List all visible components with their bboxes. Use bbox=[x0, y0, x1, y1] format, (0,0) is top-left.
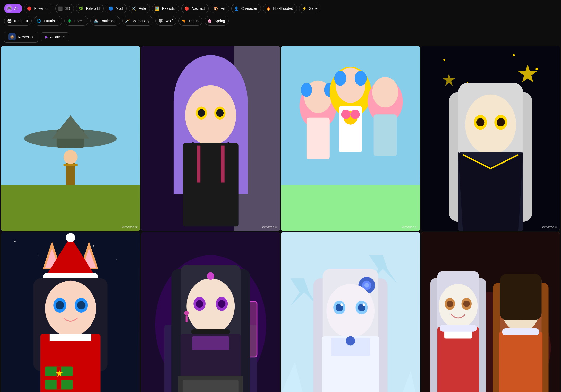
cat-icon-palworld: 🌿 bbox=[78, 5, 84, 12]
cat-icon-battleship: 🚢 bbox=[92, 18, 99, 24]
cat-pill-kung-fu[interactable]: 🥋 Kung Fu bbox=[4, 16, 32, 26]
cat-icon-spring: 🌸 bbox=[206, 18, 213, 24]
type-chevron-icon: ▾ bbox=[63, 35, 65, 39]
cat-pill-pokemon[interactable]: 🔴 Pokemon bbox=[24, 4, 53, 13]
cat-pill-mod[interactable]: 🔵 Mod bbox=[106, 4, 126, 13]
gallery-item-7[interactable]: llamagen.ai bbox=[281, 232, 420, 392]
cat-pill-futuristic[interactable]: 🌐 Futuristic bbox=[34, 16, 62, 26]
cat-label-hot-blooded: Hot-Blooded bbox=[273, 6, 293, 11]
cat-icon-wolf: 🐺 bbox=[157, 18, 164, 24]
top-bar: 🎮 All 🔴 Pokemon ⬛ 3D 🌿 Palworld 🔵 Mod ⚔️ bbox=[0, 0, 561, 26]
cat-icon-hot-blooded: 🔥 bbox=[265, 5, 271, 12]
cat-label-forest: Forest bbox=[74, 19, 85, 23]
cat-icon-fate: ⚔️ bbox=[131, 5, 137, 12]
cat-label-palworld: Palworld bbox=[86, 6, 100, 11]
cat-label-fate: Fate bbox=[139, 6, 146, 11]
cat-pill-art[interactable]: 🎨 Art bbox=[211, 4, 229, 13]
filters-row: 📦 Newest ▾ ▶ All arts ▾ bbox=[0, 28, 561, 46]
cat-pill-spring[interactable]: 🌸 Spring bbox=[205, 16, 229, 26]
cat-icon-art: 🎨 bbox=[212, 5, 219, 12]
cat-pill-palworld[interactable]: 🌿 Palworld bbox=[76, 4, 104, 13]
cat-pill-realistic[interactable]: 🖼️ Realistic bbox=[152, 4, 180, 13]
cat-icon-forest: 🌲 bbox=[66, 18, 73, 24]
type-label: All arts bbox=[50, 35, 61, 39]
gallery-item-8[interactable]: llamagen.ai bbox=[421, 232, 560, 392]
cat-label-trigun: Trigun bbox=[189, 19, 199, 23]
cat-pill-3d[interactable]: ⬛ 3D bbox=[55, 4, 74, 13]
cat-icon-abstract: 🔴 bbox=[183, 5, 190, 12]
cat-label-mod: Mod bbox=[116, 6, 123, 11]
cat-pill-mercenary[interactable]: 🗡️ Mercenary bbox=[122, 16, 153, 26]
cat-label-character: Character bbox=[241, 6, 257, 11]
gallery-item-5[interactable]: llamagen.ai bbox=[1, 232, 140, 392]
cat-icon-trigun: 🔫 bbox=[180, 18, 187, 24]
cat-icon-kung-fu: 🥋 bbox=[6, 18, 13, 24]
gallery-item-4[interactable]: llamagen.ai bbox=[421, 46, 560, 231]
watermark-1: llamagen.ai bbox=[122, 225, 137, 229]
watermark-3: llamagen.ai bbox=[402, 225, 417, 229]
cat-label-pokemon: Pokemon bbox=[34, 6, 49, 11]
category-row-1: 🎮 All 🔴 Pokemon ⬛ 3D 🌿 Palworld 🔵 Mod ⚔️ bbox=[4, 4, 557, 13]
gallery-item-3[interactable]: llamagen.ai bbox=[281, 46, 420, 231]
gallery-item-1[interactable]: llamagen.ai bbox=[1, 46, 140, 231]
cat-icon-all: 🎮 bbox=[6, 5, 13, 12]
cat-label-spring: Spring bbox=[215, 19, 225, 23]
cat-label-abstract: Abstract bbox=[191, 6, 205, 11]
cat-pill-all[interactable]: 🎮 All bbox=[4, 4, 22, 13]
cat-icon-sabe: ⚡ bbox=[301, 5, 308, 12]
cat-pill-forest[interactable]: 🌲 Forest bbox=[64, 16, 89, 26]
cat-icon-pokemon: 🔴 bbox=[26, 5, 33, 12]
cat-icon-mod: 🔵 bbox=[107, 5, 114, 12]
cat-icon-mercenary: 🗡️ bbox=[124, 18, 131, 24]
cat-label-wolf: Wolf bbox=[165, 19, 173, 23]
cat-pill-abstract[interactable]: 🔴 Abstract bbox=[181, 4, 208, 13]
gallery-item-6[interactable]: llamagen.ai bbox=[141, 232, 280, 392]
sort-filter-button[interactable]: 📦 Newest ▾ bbox=[4, 31, 38, 43]
cat-icon-realistic: 🖼️ bbox=[154, 5, 160, 12]
cat-icon-3d: ⬛ bbox=[57, 5, 64, 12]
sort-label: Newest bbox=[18, 35, 30, 39]
sort-chevron-icon: ▾ bbox=[32, 35, 33, 39]
type-filter-button[interactable]: ▶ All arts ▾ bbox=[41, 32, 69, 41]
cat-pill-character[interactable]: 👤 Character bbox=[231, 4, 261, 13]
category-row-2: 🥋 Kung Fu 🌐 Futuristic 🌲 Forest 🚢 Battle… bbox=[4, 16, 557, 26]
gallery-item-2[interactable]: llamagen.ai bbox=[141, 46, 280, 231]
cat-pill-hot-blooded[interactable]: 🔥 Hot-Blooded bbox=[263, 4, 297, 13]
cat-label-realistic: Realistic bbox=[162, 6, 176, 11]
cat-label-kung-fu: Kung Fu bbox=[14, 19, 28, 23]
cat-pill-battleship[interactable]: 🚢 Battleship bbox=[90, 16, 120, 26]
cat-label-mercenary: Mercenary bbox=[132, 19, 149, 23]
watermark-4: llamagen.ai bbox=[542, 225, 557, 229]
cat-label-futuristic: Futuristic bbox=[44, 19, 58, 23]
cat-icon-futuristic: 🌐 bbox=[36, 18, 42, 24]
cat-pill-sabe[interactable]: ⚡ Sabe bbox=[299, 4, 321, 13]
cat-pill-fate[interactable]: ⚔️ Fate bbox=[129, 4, 150, 13]
gallery-grid: llamagen.ai bbox=[0, 46, 561, 392]
app-container: 🎮 All 🔴 Pokemon ⬛ 3D 🌿 Palworld 🔵 Mod ⚔️ bbox=[0, 0, 561, 392]
cat-icon-character: 👤 bbox=[233, 5, 240, 12]
watermark-2: llamagen.ai bbox=[262, 225, 277, 229]
cat-pill-wolf[interactable]: 🐺 Wolf bbox=[155, 16, 176, 26]
cat-pill-trigun[interactable]: 🔫 Trigun bbox=[178, 16, 202, 26]
cat-label-all: All bbox=[14, 6, 18, 11]
cat-label-art: Art bbox=[221, 6, 225, 11]
cat-label-battleship: Battleship bbox=[100, 19, 116, 23]
cat-label-3d: 3D bbox=[65, 6, 70, 11]
cat-label-sabe: Sabe bbox=[309, 6, 318, 11]
sort-icon: 📦 bbox=[8, 33, 16, 40]
play-icon: ▶ bbox=[45, 35, 48, 39]
